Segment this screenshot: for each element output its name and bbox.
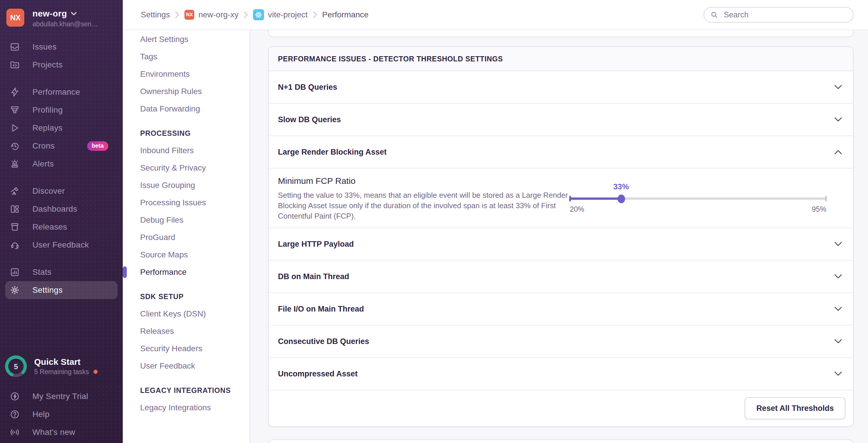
sidebar-item-label: Issues [32,42,57,52]
sidebar-item-label: My Sentry Trial [32,392,88,401]
accordion-row-label: N+1 DB Queries [278,83,337,92]
accordion-row-db-on-main-thread[interactable]: DB on Main Thread [269,261,853,293]
org-avatar: NX [184,10,194,20]
settings-nav-item-tags[interactable]: Tags [123,48,250,65]
sidebar-item-user-feedback[interactable]: User Feedback [5,236,118,254]
settings-nav-item-user-feedback[interactable]: User Feedback [123,357,250,375]
chevron-down-icon [834,307,842,311]
accordion-row-large-http-payload[interactable]: Large HTTP Payload [269,228,853,261]
dashboards-icon [9,203,20,215]
setting-description: Setting the value to 33%, means that an … [278,190,575,221]
sidebar-item-label: Help [32,410,50,419]
large-render-blocking-asset-panel: Minimum FCP Ratio Setting the value to 3… [269,168,853,228]
search-input[interactable] [723,10,847,20]
slider-min-label: 20% [570,205,584,213]
replays-icon [9,123,20,133]
next-card-top [268,440,854,443]
sidebar-footer: My Sentry Trial Help What's new [0,387,123,441]
org-avatar: NX [6,9,24,27]
org-switcher[interactable]: NX new-org abdullah.khan@sen… [0,0,123,28]
accordion-row-label: Uncompressed Asset [278,370,358,378]
sidebar-item-label: Releases [32,222,67,232]
fcp-ratio-slider[interactable]: 33% 20% 95% [570,182,826,215]
sidebar-item-label: Discover [32,187,65,196]
accordion-row-label: Large HTTP Payload [278,240,354,249]
alerts-icon [9,158,20,169]
sidebar-item-dashboards[interactable]: Dashboards [5,200,118,218]
sidebar-item-my-sentry-trial[interactable]: My Sentry Trial [5,387,118,405]
sidebar-item-discover[interactable]: Discover [5,182,118,200]
slider-thumb[interactable] [618,195,625,203]
slider-value-label: 33% [610,182,632,191]
sidebar-item-issues[interactable]: Issues [5,38,118,56]
accordion-row-consecutive-db-queries[interactable]: Consecutive DB Queries [269,325,853,358]
issues-icon [9,41,20,53]
sidebar-item-releases[interactable]: Releases [5,218,118,236]
settings-nav-item-processing-issues[interactable]: Processing Issues [123,194,250,211]
settings-nav-item-environments[interactable]: Environments [123,65,250,83]
sidebar-item-settings[interactable]: Settings [5,281,118,299]
sidebar-item-label: Settings [32,285,63,295]
chevron-down-icon [834,339,842,344]
sidebar-item-help[interactable]: Help [5,405,118,423]
quick-start-panel[interactable]: 5 Quick Start 5 Remaining tasks [5,355,118,378]
quick-start-title: Quick Start [34,357,98,367]
profiling-icon [9,104,20,116]
settings-nav-item-legacy-integrations[interactable]: Legacy Integrations [123,399,250,416]
sidebar-item-crons[interactable]: Crons beta [5,137,118,155]
settings-nav-item-client-keys[interactable]: Client Keys (DSN) [123,305,250,322]
notification-dot [94,370,98,374]
reset-all-thresholds-button[interactable]: Reset All Thresholds [745,397,845,419]
chevron-down-icon [834,274,842,279]
crons-icon [9,140,20,152]
search-box[interactable] [704,7,854,23]
performance-icon [9,87,20,98]
settings-nav-item-performance[interactable]: Performance [123,263,250,281]
settings-nav-item-ownership-rules[interactable]: Ownership Rules [123,83,250,100]
slider-track[interactable] [570,197,826,200]
accordion-row-file-io-on-main-thread[interactable]: File I/O on Main Thread [269,293,853,325]
settings-nav-item-debug-files[interactable]: Debug Files [123,211,250,229]
settings-nav-item-source-maps[interactable]: Source Maps [123,246,250,263]
accordion-row-large-render-blocking-asset[interactable]: Large Render Blocking Asset [269,136,853,168]
accordion-row-uncompressed-asset[interactable]: Uncompressed Asset [269,358,853,390]
settings-nav-item-security-privacy[interactable]: Security & Privacy [123,159,250,177]
sidebar-item-stats[interactable]: Stats [5,263,118,281]
chevron-down-icon [834,85,842,90]
content-area: PERFORMANCE ISSUES - DETECTOR THRESHOLD … [250,30,868,443]
breadcrumb-org-label[interactable]: new-org-xy [198,10,238,20]
settings-nav-item-inbound-filters[interactable]: Inbound Filters [123,142,250,159]
breadcrumb-project[interactable]: vite-project [253,9,308,20]
primary-nav: Issues Projects Performance Profiling Re… [0,38,123,299]
previous-card-bottom [268,30,854,37]
main-sidebar: NX new-org abdullah.khan@sen… Issues Pro… [0,0,123,443]
settings-nav-item-data-forwarding[interactable]: Data Forwarding [123,100,250,118]
sidebar-item-label: Dashboards [32,204,77,214]
org-name: new-org [32,9,67,19]
active-indicator [123,266,127,278]
gear-icon [9,285,20,296]
sidebar-item-replays[interactable]: Replays [5,119,118,137]
sidebar-item-projects[interactable]: Projects [5,56,118,74]
settings-nav-item-issue-grouping[interactable]: Issue Grouping [123,177,250,194]
sidebar-item-profiling[interactable]: Profiling [5,101,118,119]
accordion-row-n-plus-one-db-queries[interactable]: N+1 DB Queries [269,71,853,104]
accordion-row-slow-db-queries[interactable]: Slow DB Queries [269,104,853,136]
search-icon [711,11,718,19]
trial-icon [9,391,20,402]
settings-nav-item-proguard[interactable]: ProGuard [123,229,250,246]
breadcrumb-settings[interactable]: Settings [141,10,170,20]
sidebar-item-performance[interactable]: Performance [5,83,118,101]
accordion-row-label: DB on Main Thread [278,272,349,281]
settings-nav-item-security-headers[interactable]: Security Headers [123,340,250,357]
breadcrumb-project-label[interactable]: vite-project [268,10,308,20]
breadcrumb-org[interactable]: NX new-org-xy [184,10,238,20]
settings-nav-item-releases[interactable]: Releases [123,322,250,340]
sidebar-item-alerts[interactable]: Alerts [5,155,118,173]
sidebar-item-label: Crons [32,141,55,151]
accordion-row-label: Consecutive DB Queries [278,337,369,346]
settings-nav-item-alert-settings[interactable]: Alert Settings [123,31,250,48]
releases-icon [9,222,20,232]
slider-fill [570,197,621,200]
sidebar-item-whats-new[interactable]: What's new [5,423,118,441]
